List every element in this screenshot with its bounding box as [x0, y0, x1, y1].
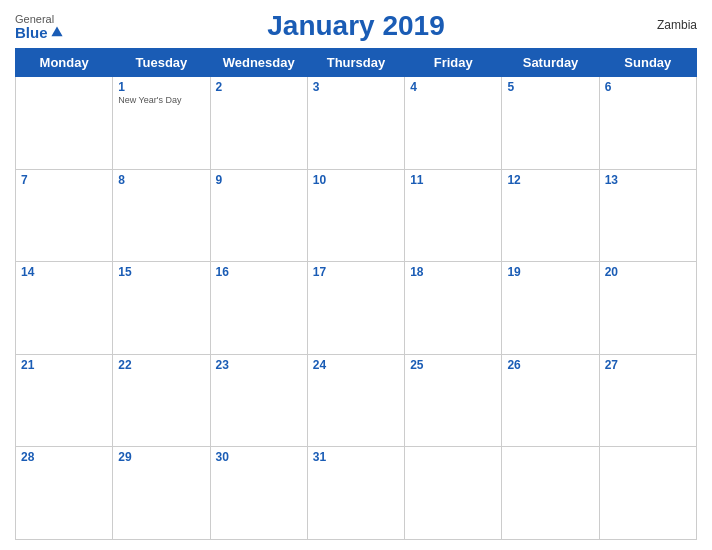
calendar-cell: 26: [502, 354, 599, 447]
calendar-cell: 29: [113, 447, 210, 540]
day-number: 12: [507, 173, 593, 187]
calendar-cell: 2: [210, 77, 307, 170]
logo-icon: [50, 25, 64, 39]
header-monday: Monday: [16, 49, 113, 77]
day-number: 28: [21, 450, 107, 464]
day-number: 15: [118, 265, 204, 279]
calendar-week-4: 21222324252627: [16, 354, 697, 447]
calendar-cell: 19: [502, 262, 599, 355]
header-sunday: Sunday: [599, 49, 696, 77]
calendar-cell: 20: [599, 262, 696, 355]
logo-blue: Blue: [15, 25, 48, 40]
calendar-cell: [502, 447, 599, 540]
day-number: 30: [216, 450, 302, 464]
calendar-cell: 6: [599, 77, 696, 170]
calendar-cell: [16, 77, 113, 170]
day-number: 20: [605, 265, 691, 279]
calendar-week-2: 78910111213: [16, 169, 697, 262]
holiday-label: New Year's Day: [118, 95, 204, 105]
day-number: 18: [410, 265, 496, 279]
logo: General Blue: [15, 13, 64, 40]
day-number: 7: [21, 173, 107, 187]
calendar-cell: 14: [16, 262, 113, 355]
day-number: 23: [216, 358, 302, 372]
day-number: 2: [216, 80, 302, 94]
day-number: 11: [410, 173, 496, 187]
calendar-cell: 10: [307, 169, 404, 262]
calendar-cell: 7: [16, 169, 113, 262]
calendar-cell: 22: [113, 354, 210, 447]
calendar-cell: 21: [16, 354, 113, 447]
day-number: 3: [313, 80, 399, 94]
calendar-cell: 13: [599, 169, 696, 262]
day-number: 25: [410, 358, 496, 372]
calendar-week-1: 1New Year's Day23456: [16, 77, 697, 170]
country-label: Zambia: [657, 18, 697, 32]
page-title: January 2019: [267, 10, 444, 42]
calendar-cell: 4: [405, 77, 502, 170]
weekday-header-row: Monday Tuesday Wednesday Thursday Friday…: [16, 49, 697, 77]
header-tuesday: Tuesday: [113, 49, 210, 77]
day-number: 17: [313, 265, 399, 279]
calendar-cell: 9: [210, 169, 307, 262]
calendar-cell: 23: [210, 354, 307, 447]
svg-marker-0: [51, 26, 62, 36]
calendar-cell: 8: [113, 169, 210, 262]
calendar-cell: 17: [307, 262, 404, 355]
calendar-cell: 24: [307, 354, 404, 447]
day-number: 6: [605, 80, 691, 94]
day-number: 5: [507, 80, 593, 94]
calendar-cell: 3: [307, 77, 404, 170]
calendar-header: General Blue January 2019 Zambia: [15, 10, 697, 42]
day-number: 1: [118, 80, 204, 94]
calendar-table: Monday Tuesday Wednesday Thursday Friday…: [15, 48, 697, 540]
calendar-cell: 12: [502, 169, 599, 262]
day-number: 4: [410, 80, 496, 94]
calendar-cell: 18: [405, 262, 502, 355]
header-thursday: Thursday: [307, 49, 404, 77]
header-wednesday: Wednesday: [210, 49, 307, 77]
day-number: 10: [313, 173, 399, 187]
day-number: 26: [507, 358, 593, 372]
calendar-cell: 27: [599, 354, 696, 447]
day-number: 9: [216, 173, 302, 187]
calendar-cell: [405, 447, 502, 540]
calendar-cell: 11: [405, 169, 502, 262]
calendar-cell: 25: [405, 354, 502, 447]
day-number: 14: [21, 265, 107, 279]
day-number: 27: [605, 358, 691, 372]
day-number: 22: [118, 358, 204, 372]
day-number: 31: [313, 450, 399, 464]
header-saturday: Saturday: [502, 49, 599, 77]
day-number: 13: [605, 173, 691, 187]
calendar-cell: 16: [210, 262, 307, 355]
calendar-week-5: 28293031: [16, 447, 697, 540]
calendar-week-3: 14151617181920: [16, 262, 697, 355]
calendar-cell: 5: [502, 77, 599, 170]
calendar-cell: 31: [307, 447, 404, 540]
calendar-cell: 15: [113, 262, 210, 355]
logo-general: General: [15, 13, 54, 25]
calendar-cell: [599, 447, 696, 540]
calendar-cell: 30: [210, 447, 307, 540]
day-number: 29: [118, 450, 204, 464]
header-friday: Friday: [405, 49, 502, 77]
day-number: 21: [21, 358, 107, 372]
day-number: 19: [507, 265, 593, 279]
day-number: 16: [216, 265, 302, 279]
day-number: 24: [313, 358, 399, 372]
day-number: 8: [118, 173, 204, 187]
calendar-cell: 28: [16, 447, 113, 540]
calendar-cell: 1New Year's Day: [113, 77, 210, 170]
